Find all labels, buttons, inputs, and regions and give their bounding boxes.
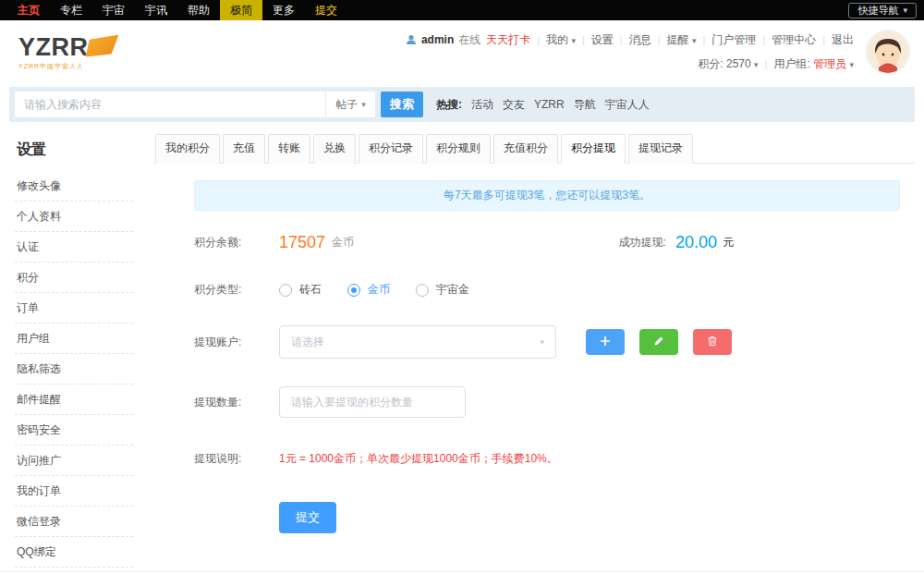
pencil-icon — [653, 336, 664, 349]
sidebar-item-privacy[interactable]: 隐私筛选 — [15, 354, 133, 385]
withdraw-form: 积分余额: 17507 金币 成功提现: 20.00 元 积分类型: 砖石 — [153, 233, 915, 533]
chevron-down-icon: ▾ — [903, 6, 907, 15]
balance-label: 积分余额: — [194, 235, 279, 250]
settings-sidebar: 设置 修改头像 个人资料 认证 积分 订单 用户组 隐私筛选 邮件提醒 密码安全… — [11, 131, 142, 574]
hot-search-item[interactable]: 导航 — [574, 97, 596, 113]
divider — [658, 33, 661, 46]
search-type-dropdown[interactable]: 帖子 ▾ — [325, 92, 375, 117]
page: 主页 专栏 宇宙 宇讯 帮助 极简 更多 提交 快捷导航 ▾ YZRR YZRR… — [0, 0, 924, 574]
tab-credit-rules[interactable]: 积分规则 — [426, 134, 491, 164]
divider — [582, 33, 585, 46]
avatar[interactable] — [867, 31, 909, 73]
main-panel: 我的积分 充值 转账 兑换 积分记录 积分规则 充值积分 积分提现 提现记录 每… — [153, 131, 915, 574]
search-bar: 帖子 ▾ 搜索 热搜: 活动 交友 YZRR 导航 宇宙人人 — [9, 87, 915, 122]
credit-tabs: 我的积分 充值 转账 兑换 积分记录 积分规则 充值积分 积分提现 提现记录 — [153, 133, 915, 164]
tab-withdraw-log[interactable]: 提现记录 — [628, 134, 693, 164]
menu-my[interactable]: 我的 ▾ — [546, 32, 576, 48]
trash-icon — [707, 336, 718, 349]
hot-search-label: 热搜: — [436, 97, 462, 113]
nav-item-more[interactable]: 更多 — [262, 0, 305, 20]
menu-settings[interactable]: 设置 — [591, 32, 614, 48]
hot-search: 热搜: 活动 交友 YZRR 导航 宇宙人人 — [436, 97, 650, 113]
success-withdraw: 成功提现: 20.00 元 — [619, 233, 734, 252]
menu-portal-admin[interactable]: 门户管理 — [711, 32, 756, 48]
sidebar-item-mail-notify[interactable]: 邮件提醒 — [15, 385, 133, 415]
submit-button[interactable]: 提交 — [279, 502, 336, 533]
divider — [702, 33, 705, 46]
tab-my-credits[interactable]: 我的积分 — [155, 134, 220, 164]
search-input[interactable] — [15, 92, 325, 117]
hot-search-item[interactable]: YZRR — [534, 98, 565, 111]
user-stats-row: 积分: 2570 ▾ 用户组: 管理员 ▾ — [698, 56, 854, 72]
nav-item-submit[interactable]: 提交 — [305, 0, 347, 20]
sidebar-item-promotion[interactable]: 访问推广 — [15, 446, 133, 476]
hot-search-item[interactable]: 交友 — [503, 97, 525, 113]
chevron-down-icon: ▾ — [361, 100, 366, 109]
credits-dropdown[interactable]: 积分: 2570 ▾ — [698, 56, 758, 72]
divider — [620, 33, 623, 46]
radio-icon — [279, 284, 292, 297]
radio-diamond[interactable]: 砖石 — [279, 282, 322, 298]
add-account-button[interactable] — [586, 329, 625, 355]
nav-item-home[interactable]: 主页 — [7, 0, 50, 20]
hot-search-item[interactable]: 活动 — [471, 97, 493, 113]
account-label: 提现账户: — [194, 335, 279, 350]
radio-gold[interactable]: 金币 — [347, 282, 390, 298]
note-text: 1元 = 1000金币；单次最少提现1000金币；手续费10%。 — [279, 451, 558, 467]
tab-credit-log[interactable]: 积分记录 — [359, 134, 423, 164]
user-icon — [406, 34, 417, 45]
nav-item-column[interactable]: 专栏 — [50, 0, 92, 20]
menu-admin-center[interactable]: 管理中心 — [772, 32, 816, 48]
top-navbar: 主页 专栏 宇宙 宇讯 帮助 极简 更多 提交 快捷导航 ▾ — [0, 0, 924, 20]
chevron-down-icon: ▾ — [571, 36, 576, 45]
sidebar-item-password[interactable]: 密码安全 — [15, 415, 133, 446]
sidebar-item-profile[interactable]: 个人资料 — [15, 202, 133, 232]
sidebar-item-qq-bind[interactable]: QQ绑定 — [15, 537, 133, 568]
daily-checkin-link[interactable]: 天天打卡 — [486, 32, 530, 48]
menu-messages[interactable]: 消息 — [629, 32, 651, 48]
nav-item-universe[interactable]: 宇宙 — [92, 0, 135, 20]
nav-item-news[interactable]: 宇讯 — [135, 0, 177, 20]
site-logo[interactable]: YZRR YZRR中国宇宙人人 — [18, 35, 119, 69]
sidebar-item-avatar[interactable]: 修改头像 — [15, 171, 133, 202]
sidebar-item-my-orders[interactable]: 我的订单 — [15, 476, 133, 507]
success-value: 20.00 — [675, 233, 717, 252]
tab-recharge-credits[interactable]: 充值积分 — [493, 134, 558, 164]
avatar-image — [867, 31, 909, 73]
note-label: 提现说明: — [194, 451, 279, 467]
tab-withdraw[interactable]: 积分提现 — [561, 134, 626, 164]
quick-nav-button[interactable]: 快捷导航 ▾ — [848, 3, 917, 18]
usergroup-dropdown[interactable]: 用户组: 管理员 ▾ — [773, 56, 854, 72]
nav-item-help[interactable]: 帮助 — [177, 0, 220, 20]
divider — [762, 33, 765, 46]
chevron-down-icon: ▾ — [540, 337, 544, 347]
menu-logout[interactable]: 退出 — [832, 32, 854, 48]
tab-exchange[interactable]: 兑换 — [313, 134, 356, 164]
chevron-down-icon: ▾ — [754, 60, 759, 69]
radio-cosmic-gold[interactable]: 宇宙金 — [416, 282, 469, 298]
divider — [822, 33, 825, 46]
sidebar-title: 设置 — [15, 135, 133, 171]
sidebar-item-wechat-login[interactable]: 微信登录 — [15, 507, 133, 537]
username-link[interactable]: admin — [421, 33, 454, 46]
withdraw-account-select[interactable]: 请选择 ▾ — [279, 325, 556, 359]
plus-icon — [600, 336, 611, 349]
menu-reminders[interactable]: 提醒 ▾ — [667, 32, 697, 48]
tab-recharge[interactable]: 充值 — [223, 134, 265, 164]
search-button[interactable]: 搜索 — [381, 92, 423, 117]
hot-search-item[interactable]: 宇宙人人 — [605, 97, 650, 113]
sidebar-item-credits[interactable]: 积分 — [15, 263, 133, 293]
edit-account-button[interactable] — [639, 329, 678, 355]
tab-transfer[interactable]: 转账 — [268, 134, 310, 164]
quick-nav-label: 快捷导航 — [857, 4, 898, 18]
logo-tagline: YZRR中国宇宙人人 — [18, 63, 119, 69]
chevron-down-icon: ▾ — [692, 36, 697, 45]
divider — [765, 57, 768, 70]
radio-icon — [416, 284, 429, 297]
sidebar-item-verify[interactable]: 认证 — [15, 232, 133, 263]
withdraw-amount-input[interactable] — [279, 386, 466, 418]
nav-item-minimal[interactable]: 极简 — [220, 0, 262, 20]
delete-account-button[interactable] — [693, 329, 732, 355]
sidebar-item-usergroup[interactable]: 用户组 — [15, 324, 133, 354]
sidebar-item-orders[interactable]: 订单 — [15, 293, 133, 324]
